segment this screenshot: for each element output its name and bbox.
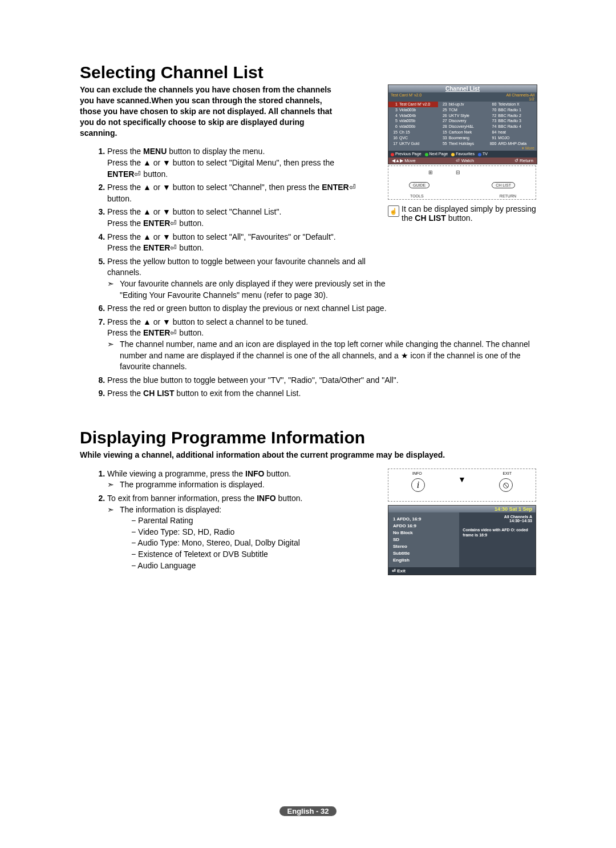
note-b: CH LIST	[415, 213, 445, 223]
info-label: INFO	[412, 471, 422, 475]
info-left-line: No Block	[393, 530, 455, 536]
section2-intro: While viewing a channel, additional info…	[80, 450, 536, 461]
osd-move: ◀▲▶ Move	[392, 158, 416, 163]
info-right-desc: Contains video with AFD O: coded frame i…	[463, 527, 532, 538]
channel-row: 1Test Card M' v2.0	[388, 102, 438, 107]
info-left-line: AFDO 16:9	[393, 523, 455, 530]
channel-row: 28DiscoveryH&L	[438, 124, 488, 130]
tools-label: TOOLS	[410, 194, 424, 198]
osd-header-left: Test Card M' v2.0	[391, 93, 422, 101]
info-osd: 14:30 Sat 1 Sep 1 AFDO, 16:9AFDO 16:9No …	[388, 505, 536, 575]
info-right-l2: 14:30~14:33	[463, 519, 532, 523]
exit-label: EXIT	[502, 471, 512, 475]
channel-row: 15Cartoon Nwk	[438, 130, 488, 135]
channel-list-osd: Channel List Test Card M' v2.0 All Chann…	[388, 84, 537, 164]
info-left-line: English	[393, 557, 455, 564]
channel-row: 16QVC	[388, 135, 438, 141]
channel-row: 4Vida004b	[388, 113, 438, 119]
channel-row: 72BBC Radio 2	[487, 113, 537, 119]
note-c: button.	[446, 213, 473, 223]
osd-return: ↺ Return	[514, 158, 533, 163]
info-left-line: SD	[393, 536, 455, 543]
legend-next: Next Page	[429, 152, 448, 156]
remote-sketch-1: GUIDE CH LIST TOOLS RETURN ⊞ ⊟	[388, 165, 536, 200]
channel-row: 55Ttext Holidays	[438, 141, 488, 147]
channel-row: 84heat	[487, 130, 537, 135]
channel-row: 73BBC Radio 3	[487, 118, 537, 124]
osd-more: ▾ More	[388, 146, 537, 151]
channel-row: 800ARD-MHP-Data	[487, 141, 537, 147]
channel-row: 5vida005b	[388, 118, 438, 124]
info-exit: ⏎ Exit	[388, 567, 536, 575]
return-label: RETURN	[500, 194, 516, 198]
legend-fav: Favourites	[456, 152, 475, 156]
info-left-line: Subtitle	[393, 550, 455, 557]
section-title-2: Displaying Programme Information	[80, 428, 536, 447]
channel-row: 3Vida003b	[388, 107, 438, 113]
page-footer: English - 32	[0, 806, 616, 816]
channel-row: 33Boomerang	[438, 135, 488, 141]
osd-watch: ⏎ Watch	[456, 158, 474, 163]
section1-intro: You can exclude the channels you have ch…	[80, 84, 339, 138]
chlist-button[interactable]: CH LIST	[492, 182, 515, 188]
osd-header-right-a: All Channels-All	[506, 93, 534, 97]
channel-row: 60Television X	[487, 102, 537, 107]
channel-row: 74BBC Radio 4	[487, 124, 537, 130]
channel-row: 91MOJO	[487, 135, 537, 141]
channel-row: 27Discovery	[438, 118, 488, 124]
channel-list-figure: Channel List Test Card M' v2.0 All Chann…	[388, 84, 536, 223]
channel-row: 15Ch 15	[388, 130, 438, 135]
channel-row: 25TCM	[438, 107, 488, 113]
osd-header-right-b: 1/2	[529, 97, 534, 101]
osd-title: Channel List	[388, 85, 537, 92]
channel-row: 6vida006b	[388, 124, 438, 130]
channel-row: 70BBC Radio 1	[487, 107, 537, 113]
legend-prev: Previous Page	[395, 152, 422, 156]
channel-row: 17UKTV Gold	[388, 141, 438, 147]
footer-lang: English - 32	[279, 806, 337, 816]
channel-row: 23bid-up.tv	[438, 102, 488, 107]
guide-button[interactable]: GUIDE	[409, 182, 429, 188]
info-left-line: 1 AFDO, 16:9	[393, 516, 455, 523]
legend-tv: TV	[483, 152, 488, 156]
hand-icon: ☝	[388, 205, 399, 217]
channel-row: 26UKTV Style	[438, 113, 488, 119]
section-title-1: Selecting Channel List	[80, 63, 536, 82]
info-left-line: Stereo	[393, 543, 455, 550]
